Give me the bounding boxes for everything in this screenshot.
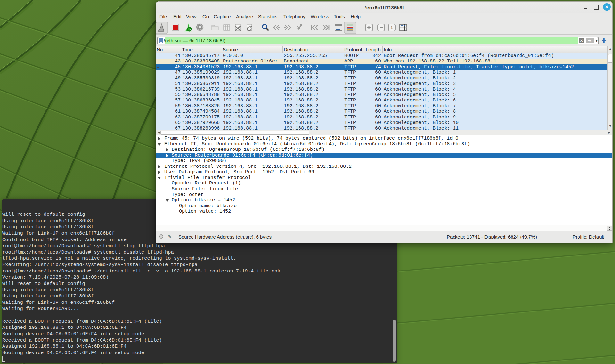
svg-text:1: 1 — [390, 25, 393, 30]
